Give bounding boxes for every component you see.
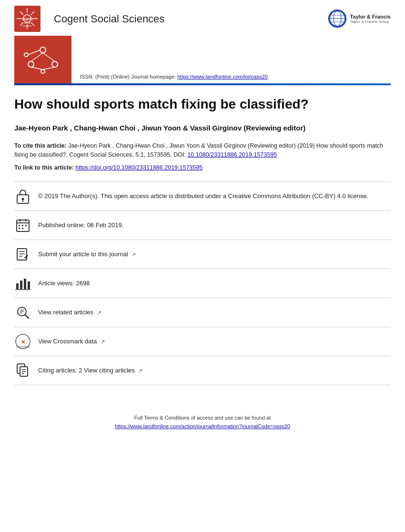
article-views-text: Article views: 2698 [38,279,391,288]
crossmark-row[interactable]: ✕ CrossMark View Crossmark data ↗ [14,327,391,356]
page-header: cogent social sciences Cogent Social Sci… [0,0,405,32]
main-content: How should sports match fixing be classi… [0,85,405,385]
svg-point-18 [40,47,46,53]
footer-url[interactable]: https://www.tandfonline.com/action/journ… [115,423,290,429]
published-row: Published online: 06 Feb 2019. [14,211,391,240]
external-link-icon-3: ↗ [101,338,105,345]
svg-rect-35 [19,225,20,226]
svg-rect-37 [25,225,27,226]
related-articles-row[interactable]: View related articles ↗ [14,298,391,327]
citing-articles-row[interactable]: Citing articles: 2 View citing articles … [14,356,391,385]
article-views-row: Article views: 2698 [14,269,391,298]
cite-doi-link[interactable]: 10.1080/23311886.2019.1573595 [187,151,277,158]
svg-line-52 [25,315,29,318]
cite-label: To cite this article: [14,142,68,149]
issn-url[interactable]: https://www.tandfonline.com/loi/oass20 [177,74,268,80]
svg-text:cogent: cogent [22,17,33,21]
cite-block: To cite this article: Jae-Hyeon Park , C… [14,141,391,160]
svg-line-25 [31,67,43,70]
article-title: How should sports match fixing be classi… [14,96,391,112]
svg-point-29 [22,198,24,201]
citing-articles-text[interactable]: Citing articles: 2 View citing articles … [38,366,391,375]
issn-line: ISSN: (Print) (Online) Journal homepage:… [80,74,391,83]
svg-point-22 [24,53,28,57]
pencil-icon [14,246,31,263]
footer-line1: Full Terms & Conditions of access and us… [0,414,405,422]
footer: Full Terms & Conditions of access and us… [0,414,405,440]
svg-rect-49 [28,281,30,289]
cover-row: ISSN: (Print) (Online) Journal homepage:… [0,36,405,83]
cite-link-line: To link to this article: https://doi.org… [14,163,391,172]
view-related-articles-text[interactable]: View related articles ↗ [38,308,391,317]
external-link-icon: ↗ [132,251,136,258]
svg-rect-38 [19,228,20,229]
issn-text: ISSN: (Print) (Online) Journal homepage: [80,74,177,80]
external-link-icon-4: ↗ [138,367,142,374]
header-left: cogent social sciences Cogent Social Sci… [14,6,164,32]
article-doi-link[interactable]: https://doi.org/10.1080/23311886.2019.15… [75,164,202,171]
tf-subtext: Taylor & Francis Group [350,20,391,24]
svg-rect-36 [22,225,23,226]
external-link-icon-2: ↗ [97,309,101,316]
svg-rect-46 [16,283,19,289]
open-access-text: © 2019 The Author(s). This open access a… [38,192,391,201]
bar-chart-icon [14,275,31,292]
tf-name: Taylor & Francis [350,14,391,20]
calendar-icon [14,217,31,234]
link-label: To link to this article: [14,164,75,171]
svg-rect-47 [20,281,22,289]
cogent-star-icon: cogent social sciences [14,6,40,32]
citing-icon [14,362,31,379]
open-access-row: © 2019 The Author(s). This open access a… [14,181,391,211]
svg-rect-39 [22,228,23,229]
crossmark-icon: ✕ CrossMark [14,333,31,350]
submit-article-row[interactable]: Submit your article to this journal ↗ [14,240,391,269]
svg-text:✕: ✕ [21,339,25,345]
footer-line2: https://www.tandfonline.com/action/journ… [0,422,405,431]
lock-icon [14,188,31,205]
svg-line-27 [28,50,40,55]
svg-point-21 [41,70,45,73]
svg-point-19 [28,61,34,67]
svg-line-23 [31,53,43,61]
published-text: Published online: 06 Feb 2019. [38,221,391,230]
crossmark-text[interactable]: View Crossmark data ↗ [38,337,391,346]
info-section: © 2019 The Author(s). This open access a… [14,181,391,385]
journal-cover-image [14,36,71,83]
svg-line-26 [43,67,55,70]
cogent-logo: cogent social sciences [14,6,40,32]
authors: Jae-Hyeon Park , Chang-Hwan Choi , Jiwun… [14,123,391,133]
tf-circle-logo [328,10,346,28]
svg-text:CrossMark: CrossMark [16,345,30,348]
svg-line-24 [43,53,55,61]
svg-text:sciences: sciences [22,24,32,27]
svg-point-20 [52,61,58,67]
journal-title: Cogent Social Sciences [54,13,164,25]
search-related-icon [14,304,31,321]
svg-rect-48 [24,279,26,289]
submit-article-text[interactable]: Submit your article to this journal ↗ [38,250,391,259]
taylor-francis-logo: Taylor & Francis Taylor & Francis Group [328,10,391,29]
